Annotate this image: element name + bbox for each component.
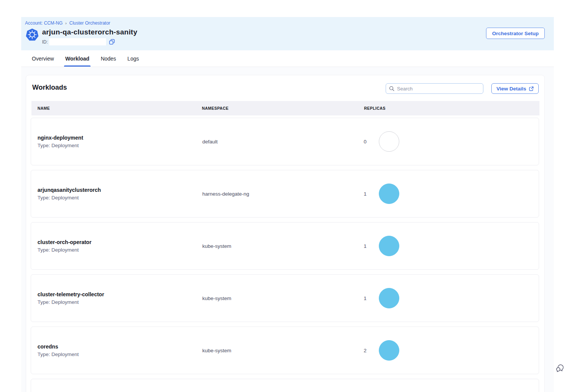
- workload-name-cell: nginx-deployment Type: Deployment: [31, 135, 202, 148]
- cluster-id-row: ID:: [42, 38, 137, 45]
- table-row[interactable]: [31, 379, 539, 392]
- workloads-search-box: [386, 83, 483, 94]
- cluster-orchestrator-pane: Account: CCM-NG › Cluster Orchestrator: [21, 17, 554, 392]
- table-row[interactable]: arjunqasanityclusterorch Type: Deploymen…: [31, 170, 539, 218]
- replica-indicator: [379, 288, 399, 308]
- workload-name: coredns: [38, 344, 202, 350]
- table-row[interactable]: coredns Type: Deployment kube-system 2: [31, 327, 539, 374]
- table-header: NAME NAMESPACE REPLICAS: [31, 101, 539, 115]
- workload-name: cluster-telemetry-collector: [38, 291, 202, 297]
- replica-indicator: [379, 236, 399, 256]
- replica-count: 2: [364, 348, 369, 353]
- workload-name-cell: cluster-orch-operator Type: Deployment: [31, 239, 202, 253]
- breadcrumb-separator: ›: [65, 21, 67, 25]
- table-row[interactable]: cluster-telemetry-collector Type: Deploy…: [31, 274, 539, 322]
- workload-namespace: kube-system: [202, 296, 364, 301]
- page-header: Account: CCM-NG › Cluster Orchestrator: [21, 17, 554, 50]
- tab-overview[interactable]: Overview: [32, 50, 54, 67]
- workload-type: Type: Deployment: [38, 195, 202, 201]
- orchestrator-setup-button[interactable]: Orchestrator Setup: [486, 28, 545, 39]
- kubernetes-icon: [26, 28, 39, 41]
- workload-rows: nginx-deployment Type: Deployment defaul…: [31, 118, 539, 392]
- page-body: Workloads View Details: [21, 67, 554, 392]
- cluster-title-row: arjun-qa-clusterorch-sanity ID:: [26, 28, 137, 45]
- view-details-button[interactable]: View Details: [491, 83, 539, 94]
- copy-icon[interactable]: [109, 39, 115, 45]
- workloads-card: Workloads View Details: [26, 75, 545, 392]
- cluster-id-redacted-value: [49, 38, 106, 45]
- workload-name: nginx-deployment: [38, 135, 202, 141]
- workload-namespace: kube-system: [202, 243, 364, 249]
- replica-indicator: [379, 131, 399, 152]
- replica-indicator: [379, 184, 399, 204]
- workload-namespace: kube-system: [202, 348, 364, 353]
- workload-type: Type: Deployment: [38, 247, 202, 253]
- tab-bar: Overview Workload Nodes Logs: [21, 50, 554, 67]
- workload-replicas-cell: 0: [364, 131, 539, 152]
- workload-name-cell: arjunqasanityclusterorch Type: Deploymen…: [31, 187, 202, 201]
- column-header-namespace: NAMESPACE: [202, 106, 364, 110]
- tab-nodes[interactable]: Nodes: [101, 50, 116, 67]
- workload-name-cell: cluster-telemetry-collector Type: Deploy…: [31, 291, 202, 305]
- replica-count: 1: [364, 296, 369, 301]
- external-link-icon: [529, 86, 534, 91]
- replica-count: 1: [364, 243, 369, 249]
- replica-indicator: [379, 340, 399, 361]
- breadcrumb-account[interactable]: Account: CCM-NG: [25, 20, 63, 26]
- tab-logs[interactable]: Logs: [127, 50, 139, 67]
- view-details-label: View Details: [496, 86, 526, 92]
- table-row[interactable]: nginx-deployment Type: Deployment defaul…: [31, 118, 539, 165]
- workloads-title: Workloads: [32, 84, 67, 92]
- workload-replicas-cell: 1: [364, 288, 539, 308]
- workload-name: arjunqasanityclusterorch: [38, 187, 202, 193]
- workload-type: Type: Deployment: [38, 299, 202, 305]
- workload-replicas-cell: 1: [364, 236, 539, 256]
- column-header-name: NAME: [31, 106, 202, 110]
- workload-name: cluster-orch-operator: [38, 239, 202, 245]
- page-title: arjun-qa-clusterorch-sanity: [42, 28, 137, 37]
- workloads-card-header: Workloads View Details: [31, 83, 539, 101]
- column-header-replicas: REPLICAS: [364, 106, 539, 110]
- cluster-id-label: ID:: [42, 39, 48, 45]
- cluster-title-block: arjun-qa-clusterorch-sanity ID:: [42, 28, 137, 45]
- workload-replicas-cell: 1: [364, 184, 539, 204]
- search-icon: [389, 86, 394, 91]
- table-row[interactable]: cluster-orch-operator Type: Deployment k…: [31, 222, 539, 270]
- workload-type: Type: Deployment: [38, 352, 202, 357]
- replica-count: 0: [364, 139, 369, 145]
- workload-name-cell: coredns Type: Deployment: [31, 344, 202, 357]
- workload-type: Type: Deployment: [38, 143, 202, 148]
- workload-namespace: harness-delegate-ng: [202, 191, 364, 197]
- search-input[interactable]: [397, 86, 480, 92]
- tab-workload[interactable]: Workload: [65, 50, 89, 67]
- breadcrumb-section[interactable]: Cluster Orchestrator: [69, 20, 110, 26]
- breadcrumb: Account: CCM-NG › Cluster Orchestrator: [25, 20, 545, 26]
- page: Account: CCM-NG › Cluster Orchestrator: [0, 0, 569, 392]
- workload-replicas-cell: 2: [364, 340, 539, 361]
- chat-bubbles-icon[interactable]: [555, 362, 565, 373]
- replica-count: 1: [364, 191, 369, 197]
- workload-namespace: default: [202, 139, 364, 145]
